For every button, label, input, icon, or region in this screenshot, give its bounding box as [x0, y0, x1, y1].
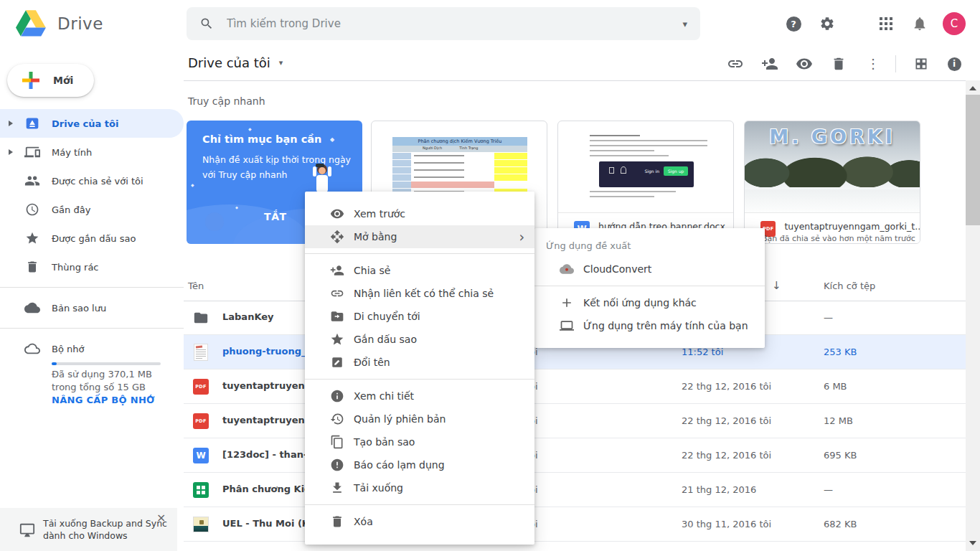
computer-icon — [24, 144, 40, 160]
link-icon — [330, 286, 344, 301]
sheet-thumbnail-row — [392, 174, 527, 181]
quick-access-card-doc[interactable]: Sign in Sign up W hướng dẫn treo banner.… — [557, 121, 734, 244]
submenu-item-desktop-apps[interactable]: Ứng dụng trên máy tính của bạn — [534, 314, 765, 337]
column-header-size[interactable]: Kích cỡ tệp — [824, 281, 875, 291]
scroll-up-icon[interactable] — [969, 86, 976, 90]
delete-button[interactable] — [830, 55, 847, 72]
doc-thumbnail-banner: Sign in Sign up — [599, 161, 694, 187]
app-name: Drive — [57, 14, 103, 33]
menu-item-preview[interactable]: Xem trước — [305, 202, 534, 225]
close-icon[interactable]: × — [156, 511, 166, 524]
search-input[interactable] — [227, 17, 682, 30]
search-options-caret-icon[interactable]: ▾ — [682, 19, 687, 29]
apps-grid-icon — [880, 17, 892, 30]
storage-progress-bar — [52, 362, 161, 365]
expand-arrow-icon[interactable] — [9, 149, 13, 155]
breadcrumb[interactable]: Drive của tôi ▾ — [188, 55, 283, 70]
file-row[interactable]: W [123doc] - than-tho tôi 22 thg 12, 201… — [184, 438, 966, 473]
quick-access-card-pdf[interactable]: M. GORKI PDF tuyentaptruyenngam_gorki_t.… — [744, 121, 920, 244]
expand-arrow-icon[interactable] — [9, 121, 13, 126]
submenu-item-connect-more-apps[interactable]: Kết nối ứng dụng khác — [534, 291, 765, 314]
history-icon — [330, 412, 344, 426]
menu-item-view-details[interactable]: Xem chi tiết — [305, 385, 534, 408]
submenu-header: Ứng dụng đề xuất — [534, 228, 765, 258]
download-backup-banner[interactable]: Tải xuống Backup and Sync dành cho Windo… — [0, 508, 177, 551]
menu-item-make-copy[interactable]: Tạo bản sao — [305, 430, 534, 453]
trash-icon — [831, 56, 847, 72]
sidebar-item-my-drive[interactable]: Drive của tôi — [0, 109, 184, 138]
copy-icon — [330, 435, 344, 449]
notifications-button[interactable] — [911, 15, 928, 32]
monitor-icon — [19, 522, 36, 538]
menu-item-share[interactable]: Chia sẻ — [305, 259, 534, 282]
sidebar-item-starred[interactable]: Được gắn dấu sao — [0, 224, 184, 253]
menu-item-rename[interactable]: Đổi tên — [305, 351, 534, 374]
trash-icon — [24, 259, 40, 275]
sheet-thumbnail-row — [392, 167, 527, 174]
promo-title: Chỉ tìm mục bạn cần — [202, 133, 321, 145]
sidebar-item-shared-with-me[interactable]: Được chia sẻ với tôi — [0, 166, 184, 195]
settings-button[interactable] — [819, 15, 836, 32]
cloudconvert-icon — [560, 262, 574, 276]
scroll-down-icon[interactable] — [969, 541, 976, 545]
cloud-filled-icon — [24, 300, 40, 316]
open-with-submenu: Ứng dụng đề xuất CloudConvert Kết nối ứn… — [534, 228, 765, 348]
file-size: — — [824, 484, 833, 495]
menu-item-move-to[interactable]: Di chuyển tới — [305, 305, 534, 328]
file-modified: 22 thg 12, 2016 tôi — [682, 415, 771, 426]
menu-item-add-star[interactable]: Gắn dấu sao — [305, 328, 534, 351]
card-shared-subtitle: Bạn đã chia sẻ vào hơn một năm trước — [762, 234, 915, 243]
share-button[interactable] — [761, 55, 778, 72]
drive-logo[interactable]: Drive — [16, 10, 103, 37]
snow-decoration — [745, 189, 920, 212]
new-button-label: Mới — [53, 75, 73, 86]
quick-access-title: Truy cập nhanh — [188, 95, 265, 107]
get-link-button[interactable] — [727, 55, 744, 72]
account-avatar[interactable]: C — [943, 12, 966, 35]
drive-logo-icon — [16, 10, 46, 37]
file-row[interactable]: PDF tuyentaptruyennga tôi 22 thg 12, 201… — [184, 404, 966, 438]
plus-icon — [560, 296, 574, 310]
new-button[interactable]: Mới — [7, 64, 94, 97]
help-button[interactable]: ? — [785, 15, 802, 32]
people-icon — [24, 173, 40, 189]
my-drive-icon — [24, 116, 40, 131]
column-header-name[interactable]: Tên — [188, 281, 204, 291]
sidebar-item-storage[interactable]: Bộ nhớ — [0, 334, 184, 363]
menu-item-download[interactable]: Tải xuống — [305, 476, 534, 499]
file-row[interactable]: Phân chương Kiếm tôi 21 thg 12, 2016 — — [184, 473, 966, 507]
search-bar[interactable]: ▾ — [187, 7, 700, 40]
help-icon: ? — [786, 17, 801, 32]
sort-desc-icon[interactable]: ↓ — [772, 279, 781, 292]
menu-divider — [305, 379, 534, 380]
sidebar-item-recent[interactable]: Gần đây — [0, 195, 184, 224]
sidebar-item-backups[interactable]: Bản sao lưu — [0, 293, 184, 322]
more-actions-button[interactable]: ⋮ — [864, 55, 882, 72]
menu-item-report-abuse[interactable]: Báo cáo lạm dụng — [305, 453, 534, 476]
open-with-icon — [330, 230, 344, 244]
submenu-item-cloudconvert[interactable]: CloudConvert — [534, 258, 765, 281]
apps-grid-button[interactable] — [877, 15, 895, 32]
details-button[interactable]: i — [946, 55, 963, 72]
sidebar-item-computers[interactable]: Máy tính — [0, 138, 184, 166]
upgrade-storage-link[interactable]: NÂNG CẤP BỘ NHỚ — [52, 395, 155, 405]
dismiss-button[interactable]: TẮT — [264, 211, 287, 222]
file-modified: 21 thg 12, 2016 — [682, 484, 756, 495]
menu-item-delete[interactable]: Xóa — [305, 510, 534, 533]
report-icon — [330, 458, 344, 472]
menu-item-open-with[interactable]: Mở bằng › — [305, 225, 534, 248]
preview-button[interactable] — [796, 55, 813, 72]
doc-thumbnail: Sign in Sign up — [578, 131, 715, 212]
grid-view-button[interactable] — [913, 55, 930, 72]
sidebar-item-trash[interactable]: Thùng rác — [0, 253, 184, 281]
menu-item-manage-versions[interactable]: Quản lý phiên bản — [305, 408, 534, 430]
menu-item-get-link[interactable]: Nhận liên kết có thể chia sẻ — [305, 282, 534, 305]
download-icon — [330, 481, 344, 495]
toolbar-separator — [895, 55, 896, 72]
document-thumbnail-icon — [192, 344, 209, 361]
scrollbar-thumb[interactable] — [966, 95, 980, 225]
grid-view-icon — [914, 57, 928, 71]
file-row[interactable]: PDF tuyentaptruyennga tôi 22 thg 12, 201… — [184, 369, 966, 404]
file-row[interactable]: UEL - Thu Moi (Kho tôi 30 thg 11, 2016 t… — [184, 507, 966, 542]
scrollbar[interactable] — [966, 80, 980, 551]
